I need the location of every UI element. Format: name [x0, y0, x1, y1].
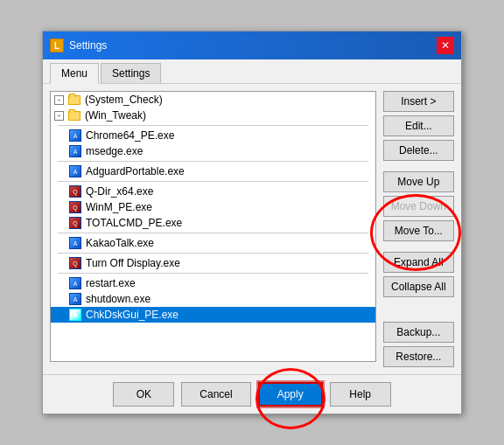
buttons-panel: Insert > Edit... Delete... Move Up Move … [383, 91, 454, 367]
exe-icon: A [68, 145, 82, 157]
move-up-button[interactable]: Move Up [383, 171, 454, 192]
list-item[interactable]: A ChkDskGui_PE.exe [51, 307, 375, 323]
item-label: TOTALCMD_PE.exe [86, 217, 182, 229]
title-bar: L Settings ✕ [43, 31, 461, 59]
exe-icon: A [68, 237, 82, 249]
move-to-button[interactable]: Move To... [383, 220, 454, 241]
title-bar-left: L Settings [50, 38, 107, 52]
list-item[interactable]: Q TOTALCMD_PE.exe [51, 215, 375, 231]
exe-icon: Q [68, 217, 82, 229]
footer: OK Cancel Apply Help [43, 374, 461, 414]
separator [58, 273, 368, 274]
apply-wrapper: Apply [258, 382, 323, 407]
list-item[interactable]: Q Turn Off Display.exe [51, 255, 375, 271]
expand-all-button[interactable]: Expand All [383, 252, 454, 273]
exe-icon: A [68, 165, 82, 177]
backup-button[interactable]: Backup... [383, 322, 454, 343]
restore-button[interactable]: Restore... [383, 346, 454, 367]
help-button[interactable]: Help [330, 382, 391, 407]
close-button[interactable]: ✕ [437, 37, 454, 54]
separator [58, 253, 368, 254]
item-label: (Win_Tweak) [85, 109, 146, 122]
item-label: WinM_PE.exe [86, 201, 152, 213]
folder-icon [67, 109, 81, 122]
list-item[interactable]: A restart.exe [51, 275, 375, 291]
item-label: Chrome64_PE.exe [86, 129, 174, 142]
cancel-button[interactable]: Cancel [181, 382, 250, 407]
apply-button[interactable]: Apply [258, 382, 323, 407]
insert-button[interactable]: Insert > [383, 91, 454, 112]
separator [58, 161, 368, 162]
list-item[interactable]: Q WinM_PE.exe [51, 199, 375, 215]
exe-icon: A [68, 293, 82, 305]
item-label: Turn Off Display.exe [86, 257, 180, 269]
tab-bar: Menu Settings [43, 59, 461, 84]
list-item[interactable]: Q Q-Dir_x64.exe [51, 184, 375, 199]
list-item[interactable]: A shutdown.exe [51, 291, 375, 307]
separator [58, 125, 368, 126]
item-label: shutdown.exe [86, 293, 150, 305]
move-down-button[interactable]: Move Down [383, 196, 454, 217]
edit-button[interactable]: Edit... [383, 115, 454, 136]
item-label: Q-Dir_x64.exe [86, 185, 153, 198]
action-buttons: Insert > Edit... Delete... Move Up Move … [383, 91, 454, 367]
app-icon: L [50, 38, 64, 52]
list-item[interactable]: A KakaoTalk.exe [51, 235, 375, 251]
exe-icon: A [68, 309, 82, 321]
ok-button[interactable]: OK [113, 382, 174, 407]
item-label: restart.exe [86, 277, 136, 289]
exe-icon: Q [68, 185, 82, 198]
window-title: Settings [69, 39, 107, 52]
exe-icon: A [68, 277, 82, 289]
separator [58, 181, 368, 182]
tree-panel[interactable]: - (System_Check) - (Win_Tweak) A Chrome6… [50, 91, 376, 362]
delete-button[interactable]: Delete... [383, 140, 454, 161]
tab-menu[interactable]: Menu [50, 63, 99, 84]
tab-settings[interactable]: Settings [101, 63, 161, 83]
list-item[interactable]: A msedge.exe [51, 143, 375, 159]
content-area: - (System_Check) - (Win_Tweak) A Chrome6… [43, 84, 461, 374]
expand-icon[interactable]: - [54, 95, 64, 105]
item-label: msedge.exe [86, 145, 143, 157]
item-label: ChkDskGui_PE.exe [86, 309, 178, 321]
settings-window: L Settings ✕ Menu Settings - (System_Che… [42, 31, 462, 414]
list-item[interactable]: - (Win_Tweak) [51, 108, 375, 123]
exe-icon: Q [68, 257, 82, 269]
expand-icon[interactable]: - [54, 111, 64, 121]
list-item[interactable]: A AdguardPortable.exe [51, 163, 375, 179]
item-label: (System_Check) [85, 94, 163, 106]
list-item[interactable]: - (System_Check) [51, 92, 375, 108]
item-label: KakaoTalk.exe [86, 237, 154, 249]
collapse-all-button[interactable]: Collapse All [383, 276, 454, 297]
folder-icon [67, 94, 81, 106]
exe-icon: Q [68, 201, 82, 213]
separator [58, 233, 368, 233]
exe-icon: A [68, 129, 82, 142]
list-item[interactable]: A Chrome64_PE.exe [51, 128, 375, 143]
item-label: AdguardPortable.exe [86, 165, 185, 177]
